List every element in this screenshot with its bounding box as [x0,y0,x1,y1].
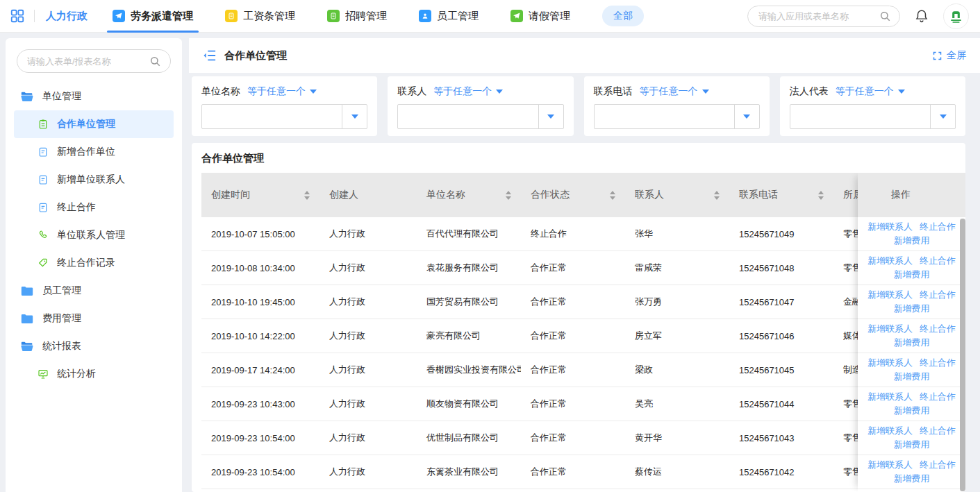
terminate-cooperation-link[interactable]: 终止合作 [920,425,956,437]
filter-value-input[interactable] [202,105,342,128]
vertical-scrollbar[interactable] [960,219,965,491]
fullscreen-button[interactable]: 全屏 [932,49,966,62]
select-caret-button[interactable] [342,105,367,128]
nav-app-tab-3[interactable]: 员工管理 [419,0,479,33]
add-fee-link[interactable]: 新增费用 [894,473,930,485]
table-row-5[interactable]: 2019-09-23 10:43:00人力行政顺友物资有限公司合作正常吴亮152… [201,387,965,421]
terminate-cooperation-link[interactable]: 终止合作 [920,255,956,267]
filter-operator-dropdown[interactable]: 等于任意一个 [640,85,709,98]
filter-value-input[interactable] [790,105,930,128]
sort-icon[interactable] [304,191,310,200]
sidebar-item-0-0[interactable]: 合作单位管理 [14,110,174,138]
sidebar-group-label: 统计报表 [42,340,81,353]
apps-grid-icon[interactable] [10,8,25,24]
sidebar: 单位管理合作单位管理新增合作单位新增单位联系人终止合作单位联系人管理终止合作记录… [6,38,182,492]
terminate-cooperation-link[interactable]: 终止合作 [920,323,956,335]
add-contact-link[interactable]: 新增联系人 [867,357,913,369]
add-contact-link[interactable]: 新增联系人 [867,323,913,335]
filter-value-select[interactable] [790,104,956,129]
folder-closed-icon [21,314,33,324]
terminate-cooperation-link[interactable]: 终止合作 [920,391,956,403]
table-row-6[interactable]: 2019-09-23 10:54:00人力行政优世制品有限公司合作正常黄开华15… [201,421,965,455]
add-contact-link[interactable]: 新增联系人 [867,459,913,471]
cell-status: 合作正常 [521,285,625,319]
add-contact-link[interactable]: 新增联系人 [867,221,913,233]
add-fee-link[interactable]: 新增费用 [894,303,930,315]
column-header-3[interactable]: 合作状态 [521,173,625,217]
sidebar-item-0-3[interactable]: 终止合作 [14,194,174,221]
filter-value-input[interactable] [398,105,538,128]
table-row-3[interactable]: 2019-10-10 14:22:00人力行政豪亮有限公司合作正常房立军1524… [201,319,965,353]
account-avatar[interactable] [943,3,969,29]
filter-value-select[interactable] [201,104,367,129]
global-search[interactable] [747,6,900,27]
sidebar-item-0-4[interactable]: 单位联系人管理 [14,221,174,249]
select-caret-button[interactable] [734,105,759,128]
all-apps-button[interactable]: 全部 [602,6,644,26]
scrollbar-thumb[interactable] [960,219,965,491]
global-search-input[interactable] [758,11,879,22]
filter-operator-dropdown[interactable]: 等于任意一个 [433,85,503,98]
caret-down-icon [351,114,358,119]
add-fee-link[interactable]: 新增费用 [894,337,930,349]
column-header-2[interactable]: 单位名称 [417,173,521,217]
column-header-5[interactable]: 联系电话 [729,173,833,217]
filter-value-select[interactable] [397,104,563,129]
table-row-1[interactable]: 2019-10-08 10:34:00人力行政袁花服务有限公司合作正常雷咸荣15… [201,251,965,285]
sidebar-search-input[interactable] [27,56,149,67]
filter-operator-dropdown[interactable]: 等于任意一个 [836,85,905,98]
sidebar-group-2[interactable]: 费用管理 [6,305,182,332]
terminate-cooperation-link[interactable]: 终止合作 [920,289,956,301]
sidebar-item-label: 合作单位管理 [57,118,115,130]
sort-icon[interactable] [610,191,615,200]
sidebar-search[interactable] [17,49,171,73]
sort-icon[interactable] [506,191,511,200]
nav-app-tab-0[interactable]: 劳务派遣管理 [113,0,193,33]
nav-app-tab-4[interactable]: 请假管理 [510,0,570,33]
sidebar-item-3-0[interactable]: 统计分析 [14,360,174,388]
add-contact-link[interactable]: 新增联系人 [867,289,913,301]
filter-value-select[interactable] [594,104,760,129]
sidebar-item-0-1[interactable]: 新增合作单位 [14,138,174,166]
select-caret-button[interactable] [538,105,563,128]
terminate-cooperation-link[interactable]: 终止合作 [920,459,956,471]
add-fee-link[interactable]: 新增费用 [894,235,930,247]
workspace-name[interactable]: 人力行政 [46,10,88,23]
add-fee-link[interactable]: 新增费用 [894,371,930,383]
column-header-label: 联系人 [635,189,664,201]
terminate-cooperation-link[interactable]: 终止合作 [920,357,956,369]
add-contact-link[interactable]: 新增联系人 [867,255,913,267]
select-caret-button[interactable] [930,105,955,128]
add-fee-link[interactable]: 新增费用 [894,439,930,451]
nav-app-tab-1[interactable]: 工资条管理 [225,0,295,33]
notifications-bell-icon[interactable] [914,8,929,24]
column-header-0[interactable]: 创建时间 [201,173,319,217]
search-icon[interactable] [149,56,161,67]
sidebar-group-0[interactable]: 单位管理 [6,83,182,110]
sort-icon[interactable] [818,191,824,200]
app-icon [510,10,523,22]
sidebar-group-1[interactable]: 员工管理 [6,277,182,305]
table-row-0[interactable]: 2019-10-07 15:05:00人力行政百代代理有限公司终止合作张华152… [201,217,965,251]
sidebar-item-0-2[interactable]: 新增单位联系人 [14,166,174,194]
sidebar-group-3[interactable]: 统计报表 [6,332,182,360]
search-icon[interactable] [879,10,891,22]
table-row-7[interactable]: 2019-09-23 10:54:00人力行政东篱茶业有限公司合作正常蔡传运15… [201,455,965,489]
nav-app-tab-2[interactable]: 招聘管理 [327,0,387,33]
app-icon [327,10,340,22]
main-panel: 合作单位管理 全屏 单位名称等于任意一个联系人等于任意一个联系电话等于任意一个法… [189,38,980,492]
cell-creator: 人力行政 [319,217,417,251]
filter-operator-dropdown[interactable]: 等于任意一个 [247,85,317,98]
filter-value-input[interactable] [595,105,734,128]
column-header-4[interactable]: 联系人 [625,173,729,217]
collapse-sidebar-icon[interactable] [203,49,217,62]
add-fee-link[interactable]: 新增费用 [894,405,930,417]
terminate-cooperation-link[interactable]: 终止合作 [920,221,956,233]
add-contact-link[interactable]: 新增联系人 [867,425,913,437]
table-row-2[interactable]: 2019-10-10 19:45:00人力行政国芳贸易有限公司合作正常张万勇15… [201,285,965,319]
table-row-4[interactable]: 2019-09-17 14:24:00人力行政香榭园实业投资有限公司合作正常梁政… [201,353,965,387]
add-contact-link[interactable]: 新增联系人 [867,391,913,403]
sort-icon[interactable] [714,191,720,200]
add-fee-link[interactable]: 新增费用 [894,269,930,281]
sidebar-item-0-5[interactable]: 终止合作记录 [14,249,174,277]
